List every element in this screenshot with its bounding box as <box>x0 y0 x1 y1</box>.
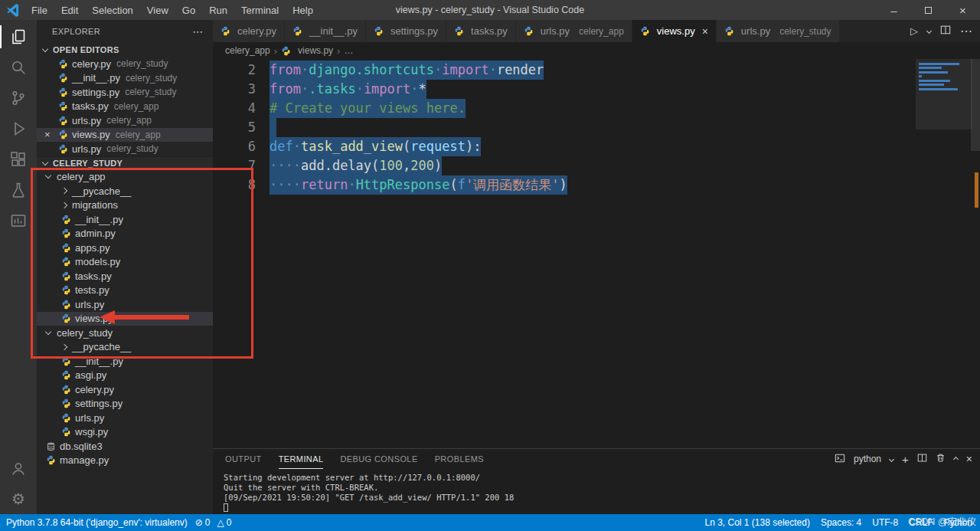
open-editor-item[interactable]: urls.pycelery_study <box>37 142 213 156</box>
tree-file[interactable]: apps.py <box>37 241 213 255</box>
indentation[interactable]: Spaces: 4 <box>821 517 861 528</box>
file-name: celery_study <box>57 327 113 339</box>
tab-settingspy[interactable]: settings.py <box>366 20 446 42</box>
cursor-position[interactable]: Ln 3, Col 1 (138 selected) <box>705 517 810 528</box>
tree-file[interactable]: admin.py <box>37 227 213 241</box>
close-icon[interactable]: × <box>702 25 708 38</box>
tree-file[interactable]: db.sqlite3 <box>37 439 213 454</box>
editor-tabs: celery.py__init__.pysettings.pytasks.pyu… <box>213 20 840 42</box>
search-icon[interactable] <box>0 52 37 83</box>
tree-file[interactable]: settings.py <box>37 397 213 411</box>
account-icon[interactable] <box>0 453 37 483</box>
extensions-icon[interactable] <box>0 144 37 175</box>
breadcrumb-folder[interactable]: celery_app <box>225 45 270 56</box>
code-line[interactable]: 8····return·HttpResponse(f'调用函数结果') <box>213 175 567 195</box>
open-editor-item[interactable]: celery.pycelery_study <box>37 57 213 71</box>
eol-sequence[interactable]: CRLF <box>909 517 933 528</box>
tab-celerypy[interactable]: celery.py <box>213 20 285 42</box>
panel-tabs: OUTPUTTERMINALDEBUG CONSOLEPROBLEMS <box>225 449 501 469</box>
open-editor-item[interactable]: __init__.pycelery_study <box>37 71 213 86</box>
code-line[interactable]: 6def·task_add_view(request): <box>213 137 567 156</box>
split-editor-icon[interactable] <box>940 25 951 38</box>
python-interpreter[interactable]: Python 3.7.8 64-bit ('django_env': virtu… <box>6 517 188 528</box>
menu-file[interactable]: File <box>24 0 54 20</box>
tab-taskspy[interactable]: tasks.py <box>446 20 516 42</box>
tree-file[interactable]: __init__.py <box>37 212 213 227</box>
tab-viewspy[interactable]: views.py× <box>632 20 717 42</box>
tree-folder[interactable]: celery_app <box>37 170 213 185</box>
maximize-button[interactable] <box>911 0 946 20</box>
tree-file[interactable]: celery.py <box>37 382 213 397</box>
tree-file[interactable]: urls.py <box>37 411 213 425</box>
kill-terminal-icon[interactable] <box>936 453 946 465</box>
open-editor-item[interactable]: urls.pycelery_app <box>37 113 213 128</box>
code-line[interactable]: 4# Create your views here. <box>213 99 567 118</box>
menu-view[interactable]: View <box>140 0 175 20</box>
panel-tab-problems[interactable]: PROBLEMS <box>435 449 484 469</box>
tree-file[interactable]: asgi.py <box>37 369 213 383</box>
testing-icon[interactable] <box>0 175 37 205</box>
tree-file[interactable]: urls.py <box>37 297 213 312</box>
tree-file[interactable]: tests.py <box>37 284 213 298</box>
minimize-button[interactable]: – <box>877 0 911 20</box>
terminal-output[interactable]: Starting development server at http://12… <box>213 469 980 514</box>
tree-file[interactable]: models.py <box>37 255 213 270</box>
more-actions-icon[interactable]: ⋯ <box>193 25 204 38</box>
run-dropdown-icon[interactable] <box>926 28 932 34</box>
split-terminal-icon[interactable] <box>917 453 927 465</box>
more-editor-actions-icon[interactable]: ⋯ <box>960 24 972 38</box>
tree-folder[interactable]: __pycache__ <box>37 184 213 198</box>
open-editor-item[interactable]: settings.pycelery_study <box>37 85 213 100</box>
code-line[interactable]: 2from·django.shortcuts·import·render <box>213 61 567 80</box>
problems-status[interactable]: ⊘ 0 △ 0 <box>195 517 232 528</box>
tab-initpy[interactable]: __init__.py <box>285 20 366 42</box>
menu-selection[interactable]: Selection <box>85 0 139 20</box>
maximize-panel-icon[interactable] <box>953 456 959 461</box>
tab-urlspy[interactable]: urls.pycelery_study <box>717 20 840 42</box>
code-line[interactable]: 3from·.tasks·import·* <box>213 80 567 99</box>
close-window-button[interactable]: × <box>946 0 980 20</box>
new-terminal-icon[interactable]: + <box>902 453 909 466</box>
code-editor[interactable]: 2from·django.shortcuts·import·render3fro… <box>213 59 980 448</box>
tree-file[interactable]: __init__.py <box>37 354 213 369</box>
tree-file[interactable]: manage.py <box>37 454 213 468</box>
menu-go[interactable]: Go <box>175 0 202 20</box>
menu-terminal[interactable]: Terminal <box>234 0 286 20</box>
menu-help[interactable]: Help <box>286 0 320 20</box>
breadcrumb-file[interactable]: views.py <box>298 45 333 56</box>
shell-dropdown-icon[interactable] <box>889 456 894 461</box>
menu-edit[interactable]: Edit <box>54 0 85 20</box>
panel-tab-debug-console[interactable]: DEBUG CONSOLE <box>340 449 417 469</box>
code-line[interactable]: 5 <box>213 118 567 137</box>
menu-run[interactable]: Run <box>202 0 234 20</box>
file-name: manage.py <box>60 454 109 466</box>
open-editor-item[interactable]: ×views.pycelery_app <box>37 128 213 143</box>
tree-file[interactable]: tasks.py <box>37 269 213 284</box>
tree-folder[interactable]: migrations <box>37 198 213 213</box>
close-icon[interactable]: × <box>44 129 58 140</box>
shell-label[interactable]: python <box>854 454 881 464</box>
explorer-icon[interactable] <box>0 21 37 52</box>
panel-tab-output[interactable]: OUTPUT <box>225 449 262 469</box>
run-python-file-button[interactable]: ▷ <box>910 25 918 37</box>
tree-file[interactable]: views.py <box>37 312 213 326</box>
breadcrumb-symbols[interactable]: … <box>344 45 353 56</box>
tree-folder[interactable]: __pycache__ <box>37 340 213 355</box>
tree-folder[interactable]: celery_study <box>37 326 213 340</box>
close-panel-icon[interactable]: × <box>966 453 972 465</box>
source-control-icon[interactable] <box>0 83 37 113</box>
encoding[interactable]: UTF-8 <box>872 517 898 528</box>
run-debug-icon[interactable] <box>0 113 37 144</box>
panel-tab-terminal[interactable]: TERMINAL <box>279 449 324 469</box>
language-mode[interactable]: Python <box>944 517 972 528</box>
open-editors-header[interactable]: OPEN EDITORS <box>37 43 213 57</box>
minimap[interactable] <box>919 61 969 92</box>
chart-window-icon[interactable] <box>0 205 37 236</box>
settings-icon[interactable]: ⚙ <box>0 483 37 514</box>
scrollbar[interactable] <box>971 59 980 151</box>
project-header[interactable]: CELERY_STUDY <box>37 156 213 170</box>
tree-file[interactable]: wsgi.py <box>37 425 213 440</box>
tab-urlspy[interactable]: urls.pycelery_app <box>516 20 632 42</box>
code-line[interactable]: 7····add.delay(100,200) <box>213 156 567 175</box>
open-editor-item[interactable]: tasks.pycelery_app <box>37 100 213 114</box>
